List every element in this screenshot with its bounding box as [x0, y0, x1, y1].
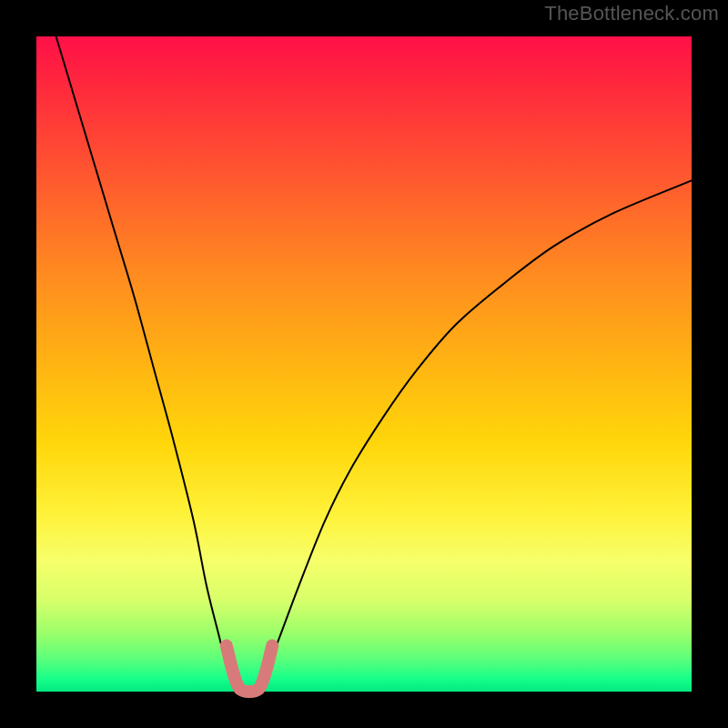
plot-area [36, 36, 692, 692]
watermark-text: TheBottleneck.com [544, 2, 719, 25]
chart-frame: TheBottleneck.com [0, 0, 728, 728]
optimal-range-highlight [227, 646, 272, 692]
chart-svg [36, 36, 692, 692]
bottleneck-curve [56, 36, 692, 693]
